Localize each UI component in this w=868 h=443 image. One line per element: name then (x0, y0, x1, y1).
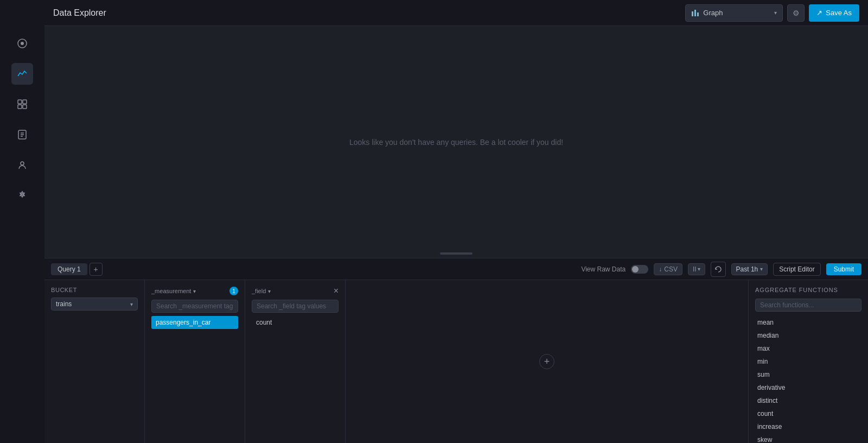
topbar-right: Graph ▾ ⚙ ↗ Save As (685, 4, 859, 22)
graph-icon-area: Graph (691, 9, 770, 17)
main-content: Data Explorer Graph ▾ ⚙ ↗ Save As (44, 0, 868, 443)
time-range-chevron: ▾ (760, 266, 763, 272)
query-options: View Raw Data ↓ CSV II ▾ (581, 262, 861, 277)
field-filter-panel: _field ▾ × count (245, 280, 346, 443)
sidebar-item-tasks[interactable] (11, 124, 33, 145)
agg-item-max[interactable]: max (755, 342, 861, 355)
field-item-count[interactable]: count (252, 316, 339, 329)
agg-item-count[interactable]: count (755, 407, 861, 420)
svg-point-1 (21, 42, 24, 45)
field-dropdown[interactable]: _field ▾ (252, 288, 271, 294)
toggle-thumb (632, 266, 639, 273)
submit-button[interactable]: Submit (826, 263, 861, 275)
svg-rect-4 (18, 105, 22, 109)
add-tab-icon: + (94, 265, 98, 274)
save-as-label: Save As (826, 9, 852, 17)
bucket-panel: Bucket trains ▾ (44, 280, 145, 443)
agg-item-increase[interactable]: increase (755, 420, 861, 433)
agg-item-derivative[interactable]: derivative (755, 381, 861, 394)
csv-label: CSV (664, 265, 678, 273)
svg-point-11 (22, 194, 23, 195)
field-chevron: ▾ (268, 288, 271, 294)
svg-rect-3 (23, 100, 27, 104)
graph-type-label: Graph (703, 9, 723, 17)
bucket-select[interactable]: trains ▾ (51, 298, 138, 311)
sidebar (0, 0, 44, 443)
measurement-dropdown[interactable]: _measurement ▾ (151, 288, 196, 294)
sidebar-item-settings[interactable] (11, 185, 33, 206)
aggregate-search-input[interactable] (755, 299, 861, 312)
aggregate-title: AGGREGATE FUNCTIONS (755, 287, 861, 293)
chart-empty-message: Looks like you don't have any queries. B… (349, 138, 563, 147)
field-search-input[interactable] (252, 300, 339, 313)
raw-data-toggle[interactable] (631, 265, 648, 274)
script-editor-button[interactable]: Script Editor (773, 263, 820, 276)
topbar: Data Explorer Graph ▾ ⚙ ↗ Save As (44, 0, 868, 26)
agg-item-skew[interactable]: skew (755, 433, 861, 443)
sidebar-item-people[interactable] (11, 154, 33, 176)
field-label: _field (252, 288, 266, 294)
chart-scrollbar[interactable] (440, 252, 473, 255)
measurement-filter-header: _measurement ▾ 1 (151, 287, 238, 295)
add-filter-icon: + (544, 356, 550, 368)
agg-item-sum[interactable]: sum (755, 368, 861, 381)
field-filter-header: _field ▾ × (252, 287, 339, 295)
query-builder: Bucket trains ▾ _measurement ▾ 1 passe (44, 280, 868, 443)
svg-rect-12 (692, 11, 693, 16)
measurement-item-passengers-in-car[interactable]: passengers_in_car (151, 316, 238, 329)
add-filter-button[interactable]: + (539, 354, 554, 369)
measurement-search-input[interactable] (151, 300, 238, 313)
measurement-item-label: passengers_in_car (156, 319, 210, 326)
measurement-filter-panel: _measurement ▾ 1 passengers_in_car (145, 280, 245, 443)
add-query-tab-button[interactable]: + (90, 263, 103, 276)
time-range-label: Past 1h (736, 265, 758, 273)
agg-item-mean[interactable]: mean (755, 316, 861, 329)
submit-label: Submit (834, 265, 854, 273)
bucket-value: trains (56, 300, 72, 308)
refresh-icon (714, 265, 722, 273)
gear-button[interactable]: ⚙ (787, 4, 805, 22)
graph-selector-chevron: ▾ (774, 10, 777, 16)
agg-item-distinct[interactable]: distinct (755, 394, 861, 407)
measurement-chevron: ▾ (193, 288, 196, 294)
query-tab-1[interactable]: Query 1 (51, 263, 87, 275)
svg-rect-14 (697, 12, 699, 16)
agg-item-min[interactable]: min (755, 355, 861, 368)
sidebar-item-boards[interactable] (11, 93, 33, 115)
script-editor-label: Script Editor (779, 265, 814, 273)
save-as-button[interactable]: ↗ Save As (809, 4, 859, 22)
graph-chart-icon (691, 9, 700, 17)
bucket-chevron: ▾ (130, 301, 133, 307)
field-item-label: count (256, 319, 272, 326)
sidebar-item-data-explorer[interactable] (11, 63, 33, 85)
field-close-button[interactable]: × (334, 287, 339, 295)
time-range-selector[interactable]: Past 1h ▾ (731, 263, 768, 275)
sidebar-item-dashboards[interactable] (11, 33, 33, 54)
query-panel: Query 1 + View Raw Data ↓ CSV II ▾ (44, 258, 868, 443)
query-tabs-bar: Query 1 + View Raw Data ↓ CSV II ▾ (44, 258, 868, 280)
measurement-badge: 1 (229, 287, 238, 295)
pause-icon: II (693, 265, 697, 273)
refresh-button[interactable] (711, 262, 726, 277)
bucket-label: Bucket (51, 287, 138, 293)
save-as-icon: ↗ (816, 9, 822, 17)
graph-type-selector[interactable]: Graph ▾ (685, 4, 783, 22)
add-filter-area: + (346, 280, 749, 443)
measurement-label: _measurement (151, 288, 191, 294)
agg-item-median[interactable]: median (755, 329, 861, 342)
csv-download-button[interactable]: ↓ CSV (654, 263, 682, 275)
pause-chevron: ▾ (698, 266, 700, 272)
pause-button[interactable]: II ▾ (688, 263, 705, 275)
gear-icon: ⚙ (793, 9, 800, 17)
aggregate-panel: AGGREGATE FUNCTIONS mean median max min … (749, 280, 868, 443)
chart-area: Looks like you don't have any queries. B… (44, 26, 868, 258)
query-tab-1-label: Query 1 (58, 265, 81, 273)
svg-rect-13 (694, 10, 696, 16)
svg-rect-2 (18, 100, 22, 104)
svg-point-10 (21, 162, 24, 165)
app-title: Data Explorer (53, 8, 685, 18)
csv-download-icon: ↓ (659, 265, 662, 273)
view-raw-data-label: View Raw Data (581, 265, 626, 273)
svg-rect-5 (23, 105, 27, 109)
